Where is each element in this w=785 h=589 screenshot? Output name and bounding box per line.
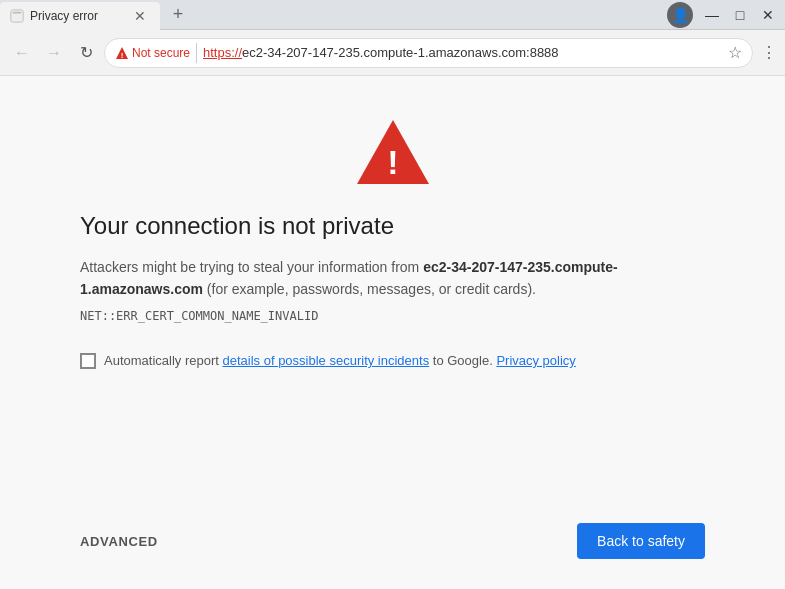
back-to-safety-button[interactable]: Back to safety	[577, 523, 705, 559]
error-icon-area: !	[353, 116, 433, 192]
profile-button[interactable]: 👤	[667, 2, 693, 28]
title-bar-left: Privacy error ✕ +	[0, 0, 196, 29]
svg-text:!: !	[121, 50, 124, 59]
error-description-suffix: (for example, passwords, messages, or cr…	[203, 281, 536, 297]
address-bar-divider	[196, 43, 197, 63]
tab-title: Privacy error	[30, 9, 124, 23]
window-controls: 👤 — □ ✕	[667, 2, 781, 28]
navigation-bar: ← → ↻ ! Not secure https://ec2-34-207-14…	[0, 30, 785, 76]
maximize-button[interactable]: □	[727, 2, 753, 28]
minimize-button[interactable]: —	[699, 2, 725, 28]
checkbox-label-suffix: to Google.	[429, 353, 496, 368]
browser-tab[interactable]: Privacy error ✕	[0, 2, 160, 30]
url-display: https://ec2-34-207-147-235.compute-1.ama…	[203, 45, 722, 60]
action-row: ADVANCED Back to safety	[80, 523, 705, 559]
report-checkbox[interactable]	[80, 353, 96, 369]
checkbox-label-prefix: Automatically report	[104, 353, 223, 368]
new-tab-button[interactable]: +	[160, 1, 196, 29]
not-secure-label: Not secure	[132, 46, 190, 60]
large-warning-icon: !	[353, 116, 433, 188]
bookmark-button[interactable]: ☆	[728, 43, 742, 62]
url-host: ec2-34-207-147-235.compute-1.amazonaws.c…	[242, 45, 559, 60]
report-checkbox-row: Automatically report details of possible…	[80, 353, 576, 369]
address-bar[interactable]: ! Not secure https://ec2-34-207-147-235.…	[104, 38, 753, 68]
advanced-button[interactable]: ADVANCED	[80, 526, 158, 557]
privacy-policy-link[interactable]: Privacy policy	[496, 353, 575, 368]
browser-menu-button[interactable]: ⋮	[761, 43, 777, 62]
svg-text:!: !	[387, 143, 398, 181]
back-button[interactable]: ←	[8, 39, 36, 67]
refresh-button[interactable]: ↻	[72, 39, 100, 67]
forward-button[interactable]: →	[40, 39, 68, 67]
tab-favicon-icon	[10, 9, 24, 23]
close-button[interactable]: ✕	[755, 2, 781, 28]
report-details-link[interactable]: details of possible security incidents	[223, 353, 430, 368]
error-code: NET::ERR_CERT_COMMON_NAME_INVALID	[80, 309, 318, 323]
title-bar: Privacy error ✕ + 👤 — □ ✕	[0, 0, 785, 30]
checkbox-label: Automatically report details of possible…	[104, 353, 576, 368]
svg-rect-1	[13, 11, 22, 13]
warning-icon: !	[115, 46, 129, 60]
error-page: ! Your connection is not private Attacke…	[0, 76, 785, 589]
error-description: Attackers might be trying to steal your …	[80, 256, 705, 301]
error-title: Your connection is not private	[80, 212, 394, 240]
url-scheme: https://	[203, 45, 242, 60]
tab-close-button[interactable]: ✕	[130, 6, 150, 26]
error-description-prefix: Attackers might be trying to steal your …	[80, 259, 423, 275]
security-badge: ! Not secure	[115, 46, 190, 60]
